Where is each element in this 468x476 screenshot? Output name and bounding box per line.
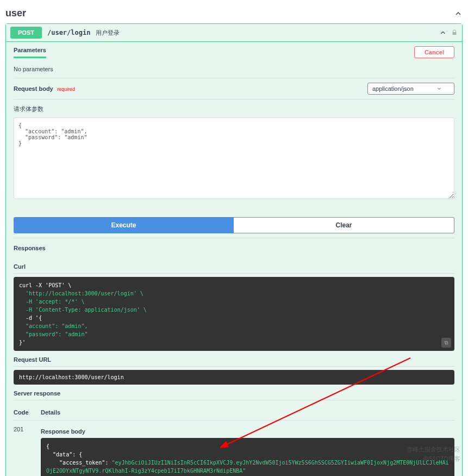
no-parameters-text: No parameters [14,64,454,78]
section-title: user [5,8,26,19]
responses-heading: Responses [14,238,454,258]
request-body-textarea[interactable] [14,118,454,199]
svg-rect-1 [445,342,448,344]
svg-rect-0 [445,341,447,344]
operation-block: POST /user/login 用户登录 Parameters Cancel … [5,23,463,476]
operation-description: 用户登录 [96,29,120,37]
tab-parameters[interactable]: Parameters [14,47,46,58]
chevron-down-icon [436,86,442,91]
cancel-button[interactable]: Cancel [414,46,454,58]
section-header[interactable]: user [5,4,463,23]
request-url-value: http://localhost:3000/user/login [14,370,454,385]
watermark: @稀土掘金技术社区 @51CTO博客 [407,445,460,464]
response-body-label: Response body [41,428,454,435]
copy-icon[interactable] [441,338,451,348]
method-badge: POST [10,27,42,39]
response-code: 201 [14,426,41,432]
content-type-select[interactable]: application/json [367,83,454,95]
button-row: Execute Clear [14,217,454,233]
tab-bar: Parameters Cancel [6,42,462,58]
operation-path: /user/login [47,29,90,36]
body-description: 请求体参数 [14,105,454,113]
required-label: required [57,86,75,92]
request-url-label: Request URL [14,353,454,367]
clear-button[interactable]: Clear [234,217,454,233]
response-body-block: { "data": { "access_token": "eyJhbGciOiJ… [41,438,454,476]
lock-icon[interactable] [451,29,458,36]
curl-label: Curl [14,260,454,274]
server-response-label: Server response [14,387,454,400]
code-header: Code [14,409,41,416]
chevron-up-icon[interactable] [454,9,463,18]
request-body-title: Request body [14,85,53,92]
content-type-value: application/json [372,85,414,92]
curl-block: curl -X 'POST' \ 'http://localhost:3000/… [14,277,454,351]
operation-summary[interactable]: POST /user/login 用户登录 [6,24,462,42]
execute-button[interactable]: Execute [14,217,234,233]
details-header: Details [41,409,454,416]
chevron-up-icon[interactable] [439,29,447,36]
request-body-header: Request body required application/json [14,78,454,100]
